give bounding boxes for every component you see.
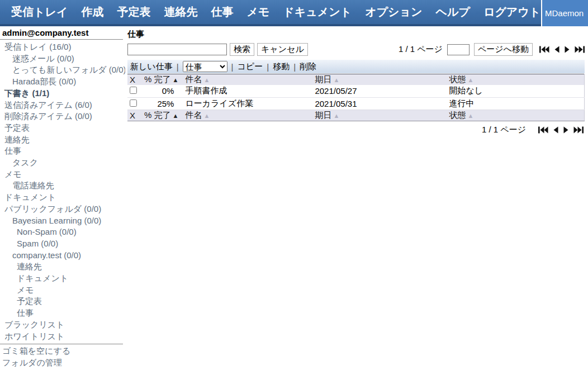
tasks-table: X % 完了▲ 件名▲ 期日▲ 状態▲ 0% 手順書作成 2021/05/27 … [127, 74, 585, 121]
row-checkbox[interactable] [130, 99, 137, 107]
tasks-toolbar: 新しい仕事 | 仕事 | コピー | 移動 | 削除 [127, 60, 585, 73]
task-status: 開始なし [447, 85, 584, 97]
sidebar-folder-item[interactable]: 下書き (1/1) [0, 88, 125, 99]
sidebar-folder-item[interactable]: とっても新しいフォルダ (0/0) [0, 64, 125, 76]
column-header-due[interactable]: 期日▲ [312, 74, 447, 86]
page-number-input[interactable] [447, 44, 470, 55]
column-header-due[interactable]: 期日▲ [312, 110, 447, 121]
delete-button[interactable]: 削除 [300, 61, 316, 72]
bottom-pagination: 1 / 1 ページ [127, 125, 585, 135]
sidebar-folder-item[interactable]: ブラックリスト [0, 319, 125, 331]
goto-page-button[interactable]: ページへ移動 [474, 43, 533, 56]
nav-item[interactable]: 予定表 [110, 4, 157, 20]
first-page-icon[interactable] [539, 46, 549, 53]
sidebar-folder-item[interactable]: ドキュメント [0, 273, 125, 284]
sidebar-folder-item[interactable]: 受信トレイ (16/0) [0, 41, 125, 53]
task-subject[interactable]: ローカライズ作業 [181, 97, 312, 110]
sidebar-folder-item[interactable]: メモ [0, 284, 125, 296]
sidebar-folder-item[interactable]: Non-Spam (0/0) [0, 226, 125, 238]
column-header-percent[interactable]: % 完了▲ [142, 74, 181, 86]
table-header-row: X % 完了▲ 件名▲ 期日▲ 状態▲ [127, 74, 585, 86]
column-header-status[interactable]: 状態▲ [447, 110, 584, 121]
sidebar-folder-item[interactable]: 電話連絡先 [0, 180, 125, 192]
nav-item[interactable]: 連絡先 [157, 4, 204, 20]
sidebar-actions: ゴミ箱を空にするフォルダの管理 [0, 344, 123, 368]
brand-label: MDaemon [541, 0, 588, 26]
sort-asc-icon: ▲ [467, 112, 473, 119]
new-task-button[interactable]: 新しい仕事 [130, 61, 173, 72]
sidebar-folder-item[interactable]: 連絡先 [0, 261, 125, 273]
sidebar-folder-item[interactable]: タスク [0, 157, 125, 169]
table-row: 25% ローカライズ作業 2021/05/31 進行中 [127, 97, 585, 110]
sort-asc-icon: ▲ [203, 77, 210, 83]
prev-page-icon[interactable] [553, 126, 558, 134]
task-subject[interactable]: 手順書作成 [181, 85, 312, 97]
sidebar-folder-item[interactable]: 送信済みアイテム (6/0) [0, 99, 125, 111]
sidebar-action-item[interactable]: フォルダの管理 [0, 357, 123, 369]
sidebar-folder-item[interactable]: ドキュメント [0, 192, 125, 203]
sidebar: admin@company.test 受信トレイ (16/0)迷惑メール (0/… [0, 27, 125, 369]
sidebar-folder-item[interactable]: 削除済みアイテム (0/0) [0, 111, 125, 122]
sort-asc-icon: ▲ [467, 77, 473, 83]
navbar-items: 受信トレイ作成予定表連絡先仕事メモドキュメントオプションヘルプログアウト [0, 0, 588, 24]
prev-page-icon[interactable] [554, 46, 559, 53]
sort-asc-icon: ▲ [173, 112, 179, 119]
next-page-icon[interactable] [565, 46, 570, 53]
top-pagination: 1 / 1 ページ ページへ移動 [399, 43, 585, 56]
last-page-icon[interactable] [573, 126, 584, 134]
sidebar-action-item[interactable]: ゴミ箱を空にする [0, 345, 123, 357]
sidebar-folder-item[interactable]: 仕事 [0, 145, 125, 157]
sidebar-folder-item[interactable]: 仕事 [0, 307, 125, 319]
search-button[interactable]: 検索 [230, 43, 254, 56]
nav-item[interactable]: 受信トレイ [4, 4, 74, 20]
copy-button[interactable]: コピー [238, 61, 263, 72]
sort-asc-icon: ▲ [333, 77, 339, 83]
table-row: 0% 手順書作成 2021/05/27 開始なし [127, 85, 585, 97]
task-type-select[interactable]: 仕事 [183, 61, 227, 72]
sidebar-folder-item[interactable]: 予定表 [0, 296, 125, 307]
column-header-percent[interactable]: % 完了▲ [142, 110, 181, 121]
sort-asc-icon: ▲ [203, 112, 210, 119]
nav-item[interactable]: オプション [358, 4, 429, 20]
move-button[interactable]: 移動 [273, 61, 290, 72]
folder-list: 受信トレイ (16/0)迷惑メール (0/0)とっても新しいフォルダ (0/0)… [0, 40, 125, 342]
sidebar-folder-item[interactable]: 予定表 [0, 122, 125, 134]
column-header-select[interactable]: X [127, 110, 142, 121]
page-count-label: 1 / 1 ページ [482, 125, 526, 135]
sidebar-folder-item[interactable]: Spam (0/0) [0, 238, 125, 250]
row-checkbox[interactable] [130, 87, 137, 94]
task-percent: 25% [142, 97, 181, 110]
page-title: 仕事 [127, 29, 585, 40]
sidebar-folder-item[interactable]: Harada部長 (0/0) [0, 76, 125, 88]
nav-item[interactable]: 仕事 [204, 4, 240, 20]
next-page-icon[interactable] [563, 126, 568, 134]
column-header-select[interactable]: X [127, 74, 142, 86]
column-header-subject[interactable]: 件名▲ [181, 74, 312, 86]
last-page-icon[interactable] [575, 46, 585, 53]
sidebar-folder-item[interactable]: Bayesian Learning (0/0) [0, 215, 125, 227]
task-due-date: 2021/05/31 [312, 97, 447, 110]
sidebar-folder-item[interactable]: メモ [0, 169, 125, 181]
task-status: 進行中 [447, 97, 584, 110]
first-page-icon[interactable] [538, 126, 548, 134]
nav-item[interactable]: ヘルプ [429, 4, 477, 20]
search-input[interactable] [127, 44, 227, 55]
task-due-date: 2021/05/27 [312, 85, 447, 97]
sidebar-folder-item[interactable]: ホワイトリスト [0, 331, 125, 343]
sidebar-folder-item[interactable]: 迷惑メール (0/0) [0, 53, 125, 65]
cancel-button[interactable]: キャンセル [257, 43, 308, 56]
nav-item[interactable]: メモ [240, 4, 276, 20]
nav-item[interactable]: 作成 [74, 4, 110, 20]
sidebar-folder-item[interactable]: パブリックフォルダ (0/0) [0, 203, 125, 215]
account-label: admin@company.test [0, 27, 123, 40]
table-footer-header-row: X % 完了▲ 件名▲ 期日▲ 状態▲ [127, 110, 585, 121]
sidebar-folder-item[interactable]: 連絡先 [0, 134, 125, 146]
column-header-subject[interactable]: 件名▲ [181, 110, 312, 121]
top-navbar: 受信トレイ作成予定表連絡先仕事メモドキュメントオプションヘルプログアウト MDa… [0, 0, 588, 26]
nav-item[interactable]: ログアウト [477, 4, 547, 20]
nav-item[interactable]: ドキュメント [276, 4, 358, 20]
sort-asc-icon: ▲ [333, 112, 339, 119]
sidebar-folder-item[interactable]: company.test (0/0) [0, 250, 125, 262]
column-header-status[interactable]: 状態▲ [447, 74, 584, 86]
page-count-label: 1 / 1 ページ [399, 44, 443, 55]
